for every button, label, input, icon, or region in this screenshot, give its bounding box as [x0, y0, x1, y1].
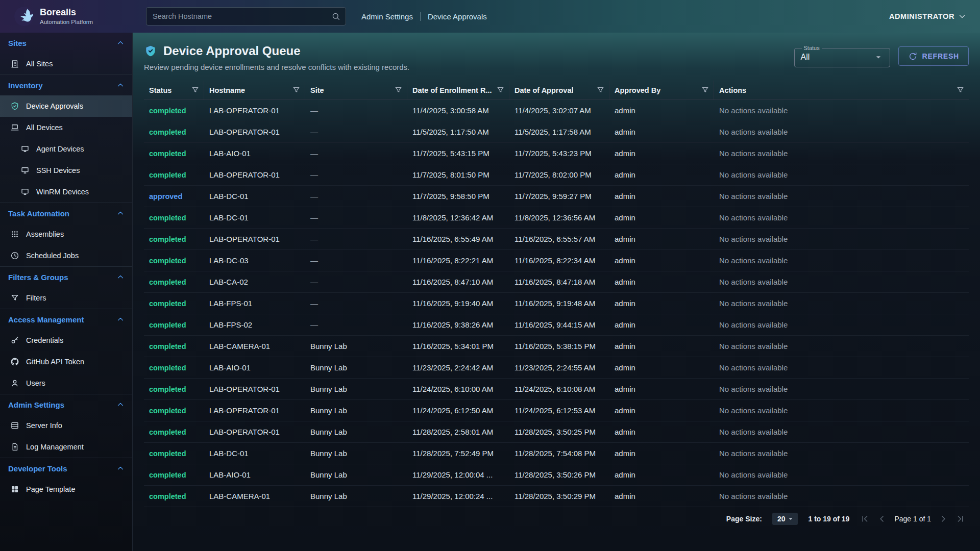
table-row[interactable]: completedLAB-OPERATOR-01Bunny Lab11/28/2…	[144, 421, 969, 443]
sidebar-item-label: Log Management	[26, 443, 84, 451]
status-cell: completed	[144, 336, 204, 357]
page-size-value: 20	[777, 515, 786, 523]
hostname-cell: LAB-OPERATOR-01	[204, 379, 305, 399]
approval-date-cell: 11/7/2025, 8:02:00 PM	[509, 164, 609, 185]
table-row[interactable]: completedLAB-OPERATOR-01—11/7/2025, 8:01…	[144, 164, 969, 186]
sidebar-item-users[interactable]: Users	[0, 372, 132, 394]
sidebar-item-all-sites[interactable]: All Sites	[0, 53, 132, 74]
table-row[interactable]: completedLAB-FPS-01—11/16/2025, 9:19:40 …	[144, 293, 969, 314]
sidebar-section-header-sites[interactable]: Sites	[0, 33, 132, 53]
approval-date-cell: 11/16/2025, 8:47:18 AM	[509, 271, 609, 292]
column-header-date-of-enrollment-r-[interactable]: Date of Enrollment R...	[407, 81, 509, 99]
sidebar-item-server-info[interactable]: Server Info	[0, 415, 132, 436]
table-row[interactable]: completedLAB-OPERATOR-01Bunny Lab11/24/2…	[144, 400, 969, 421]
table-row[interactable]: completedLAB-CAMERA-01Bunny Lab11/29/202…	[144, 486, 969, 507]
shield-check-icon	[10, 102, 19, 111]
approved-by-cell: admin	[609, 121, 714, 142]
site-cell: —	[305, 314, 407, 335]
site-cell: —	[305, 271, 407, 292]
sidebar-section-header-filters-groups[interactable]: Filters & Groups	[0, 267, 132, 287]
sidebar-item-device-approvals[interactable]: Device Approvals	[0, 95, 132, 117]
table-row[interactable]: completedLAB-CAMERA-01Bunny Lab11/16/202…	[144, 336, 969, 357]
sidebar-item-log-management[interactable]: Log Management	[0, 436, 132, 458]
hostname-cell: LAB-DC-01	[204, 207, 305, 228]
table-row[interactable]: completedLAB-CA-02—11/16/2025, 8:47:10 A…	[144, 271, 969, 293]
column-header-status[interactable]: Status	[144, 81, 204, 99]
table-row[interactable]: completedLAB-DC-01Bunny Lab11/28/2025, 7…	[144, 443, 969, 464]
enrollment-date-cell: 11/28/2025, 2:58:01 AM	[407, 421, 509, 442]
status-cell: completed	[144, 486, 204, 507]
sidebar-item-scheduled-jobs[interactable]: Scheduled Jobs	[0, 245, 132, 266]
sidebar-item-github-api-token[interactable]: GitHub API Token	[0, 351, 132, 372]
search-input[interactable]	[152, 12, 331, 21]
column-header-approved-by[interactable]: Approved By	[609, 81, 714, 99]
laptop-icon	[10, 123, 19, 132]
table-row[interactable]: completedLAB-OPERATOR-01—11/16/2025, 6:5…	[144, 229, 969, 250]
topnav-link-admin-settings[interactable]: Admin Settings	[361, 12, 413, 21]
enrollment-date-cell: 11/29/2025, 12:00:24 ...	[407, 486, 509, 507]
table-row[interactable]: completedLAB-DC-03—11/16/2025, 8:22:21 A…	[144, 250, 969, 271]
top-bar: Borealis Automation Platform Admin Setti…	[0, 0, 980, 33]
site-cell: —	[305, 143, 407, 164]
sidebar-item-page-template[interactable]: Page Template	[0, 479, 132, 500]
sidebar-item-assemblies[interactable]: Assemblies	[0, 223, 132, 245]
approval-date-cell: 11/4/2025, 3:02:07 AM	[509, 100, 609, 121]
sidebar-section: Access ManagementCredentialsGitHub API T…	[0, 309, 132, 394]
clock-icon	[10, 251, 19, 260]
status-filter-select[interactable]: Status All	[794, 45, 890, 67]
sidebar-section-header-admin-settings[interactable]: Admin Settings	[0, 394, 132, 415]
next-page-button[interactable]	[938, 514, 948, 524]
column-header-label: Hostname	[209, 86, 245, 94]
table-row[interactable]: completedLAB-OPERATOR-01—11/5/2025, 1:17…	[144, 121, 969, 143]
sidebar-item-filters[interactable]: Filters	[0, 287, 132, 309]
page-size-select[interactable]: 20	[772, 513, 798, 525]
actions-cell: No actions available	[714, 421, 969, 442]
sidebar-item-credentials[interactable]: Credentials	[0, 330, 132, 351]
column-header-date-of-approval[interactable]: Date of Approval	[509, 81, 609, 99]
last-page-button[interactable]	[955, 514, 966, 524]
column-header-actions[interactable]: Actions	[714, 81, 969, 99]
site-cell: —	[305, 186, 407, 207]
table-row[interactable]: approvedLAB-DC-01—11/7/2025, 9:58:50 PM1…	[144, 186, 969, 207]
table-row[interactable]: completedLAB-OPERATOR-01—11/4/2025, 3:00…	[144, 100, 969, 121]
table-row[interactable]: completedLAB-AIO-01Bunny Lab11/23/2025, …	[144, 357, 969, 379]
table-row[interactable]: completedLAB-AIO-01Bunny Lab11/29/2025, …	[144, 464, 969, 486]
approved-by-cell: admin	[609, 443, 714, 464]
sidebar-item-label: Server Info	[26, 421, 62, 430]
pagination-page-label: Page 1 of 1	[894, 515, 931, 523]
sidebar-item-winrm-devices[interactable]: WinRM Devices	[0, 181, 132, 203]
sidebar-section-header-developer-tools[interactable]: Developer Tools	[0, 458, 132, 479]
approval-date-cell: 11/23/2025, 2:24:55 AM	[509, 357, 609, 378]
status-cell: completed	[144, 443, 204, 464]
column-header-hostname[interactable]: Hostname	[204, 81, 305, 99]
sidebar-section-label: Admin Settings	[8, 400, 64, 409]
column-header-label: Date of Approval	[514, 86, 573, 94]
approved-by-cell: admin	[609, 400, 714, 421]
table-row[interactable]: completedLAB-DC-01—11/8/2025, 12:36:42 A…	[144, 207, 969, 229]
user-menu[interactable]: ADMINISTRATOR	[889, 12, 967, 21]
approved-by-cell: admin	[609, 164, 714, 185]
key-icon	[10, 336, 19, 345]
table-row[interactable]: completedLAB-AIO-01—11/7/2025, 5:43:15 P…	[144, 143, 969, 164]
sidebar-item-agent-devices[interactable]: Agent Devices	[0, 138, 132, 160]
table-row[interactable]: completedLAB-FPS-02—11/16/2025, 9:38:26 …	[144, 314, 969, 336]
approved-by-cell: admin	[609, 271, 714, 292]
column-header-site[interactable]: Site	[305, 81, 407, 99]
sidebar-section-header-task-automation[interactable]: Task Automation	[0, 203, 132, 223]
sidebar-section-header-access-management[interactable]: Access Management	[0, 309, 132, 330]
first-page-button[interactable]	[860, 514, 870, 524]
previous-page-button[interactable]	[877, 514, 887, 524]
enrollment-date-cell: 11/7/2025, 9:58:50 PM	[407, 186, 509, 207]
user-menu-label: ADMINISTRATOR	[889, 12, 954, 20]
monitor-icon	[20, 187, 30, 196]
status-cell: completed	[144, 293, 204, 314]
sidebar-item-label: SSH Devices	[36, 166, 80, 174]
refresh-button[interactable]: REFRESH	[898, 46, 969, 66]
sidebar-item-all-devices[interactable]: All Devices	[0, 117, 132, 138]
sidebar-section-header-inventory[interactable]: Inventory	[0, 75, 132, 95]
sidebar-item-ssh-devices[interactable]: SSH Devices	[0, 160, 132, 181]
topnav-link-device-approvals[interactable]: Device Approvals	[428, 12, 487, 21]
sidebar-section-label: Task Automation	[8, 209, 69, 218]
actions-cell: No actions available	[714, 229, 969, 249]
table-row[interactable]: completedLAB-OPERATOR-01Bunny Lab11/24/2…	[144, 379, 969, 400]
